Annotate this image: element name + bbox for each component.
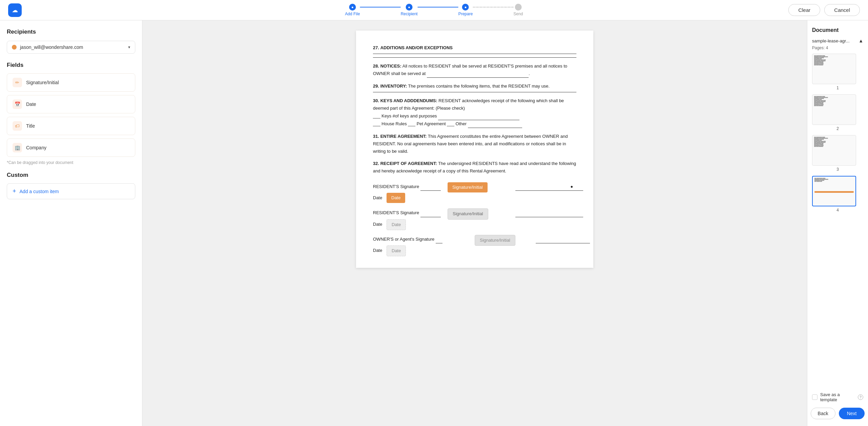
- app-logo: ☁: [8, 3, 22, 17]
- owners-sig-label: OWNER'S or Agent's Signature: [373, 237, 434, 242]
- signature-row-2: RESIDENT'S Signature Signature/Initial: [373, 209, 576, 217]
- custom-title: Custom: [7, 172, 135, 179]
- date-row-2: Date Date: [373, 221, 576, 228]
- section-32: 32. RECEIPT OF AGREEMENT: The undersigne…: [373, 160, 576, 175]
- field-label-company: Company: [26, 145, 46, 150]
- main-layout: Recipients jason_will@wondershare.com ▾ …: [0, 20, 868, 426]
- step-dot-send: [515, 4, 521, 11]
- thumb-image-2: ████ ████████████ ████████████████ ████ …: [812, 94, 856, 125]
- field-label-date: Date: [26, 101, 36, 107]
- thumb-image-1: ████ ████████████ ████████████████ ████ …: [812, 54, 856, 84]
- step-label-prepare: Prepare: [458, 12, 473, 16]
- signature-row-3: OWNER'S or Agent's Signature Signature/I…: [373, 236, 576, 243]
- collapse-doc-button[interactable]: ▲: [859, 38, 863, 43]
- step-label-add-file: Add File: [345, 12, 360, 16]
- thumb-content-1: ████ ████████████ ████████████████ ████ …: [812, 54, 856, 67]
- left-sidebar: Recipients jason_will@wondershare.com ▾ …: [0, 20, 142, 426]
- recipient-dot: [12, 45, 17, 50]
- date-overlay-3[interactable]: Date: [387, 245, 406, 256]
- company-icon: 🏢: [13, 143, 22, 152]
- date-row-1: Date Date: [373, 194, 576, 202]
- signature-overlay-2[interactable]: Signature/Initial: [448, 208, 488, 219]
- step-add-file: ● Add File: [345, 4, 360, 16]
- recipient-email: jason_will@wondershare.com: [20, 44, 125, 50]
- chevron-down-icon: ▾: [128, 45, 130, 50]
- field-label-title: Title: [26, 123, 35, 129]
- section-28: 28. NOTICES: All notices to RESIDENT sha…: [373, 62, 576, 78]
- signature-overlay-1[interactable]: Signature/Initial: [448, 182, 488, 192]
- field-item-date[interactable]: 📅 Date: [7, 95, 135, 113]
- document-panel-title: Document: [812, 27, 863, 33]
- drag-hint: *Can be dragged into your document: [7, 160, 135, 165]
- thumb-content-2: ████ ████████████ ████████████████ ████ …: [812, 95, 856, 108]
- date-row-3: Date Date: [373, 247, 576, 254]
- doc-name: sample-lease-agr...: [812, 38, 850, 43]
- doc-pages: Pages: 4: [812, 45, 863, 50]
- section-27-heading: 27. ADDITIONS AND/OR EXCEPTIONS: [373, 44, 576, 52]
- thumb-image-3: ████ ████████████ ████████████████ ████ …: [812, 135, 856, 166]
- thumb-content-4: ████ ████████████ ████████████████ ████ …: [813, 177, 855, 183]
- signature-row-1: RESIDENT'S Signature Signature/Initial ●: [373, 183, 576, 191]
- step-dot-recipient: ●: [406, 4, 413, 11]
- field-item-company[interactable]: 🏢 Company: [7, 138, 135, 157]
- thumb-num-1: 1: [812, 86, 863, 90]
- step-send: Send: [513, 4, 523, 16]
- step-line-1: [360, 7, 401, 7]
- fields-section: Fields ✏ Signature/Initial 📅 Date 🏷 Titl…: [7, 62, 135, 165]
- recipient-selector[interactable]: jason_will@wondershare.com ▾: [7, 41, 135, 54]
- thumb-image-4: ████ ████████████ ████████████████ ████ …: [812, 176, 856, 206]
- residents-sig-label-2: RESIDENT'S Signature: [373, 210, 419, 215]
- document-area: 27. ADDITIONS AND/OR EXCEPTIONS 28. NOTI…: [142, 20, 807, 426]
- thumb-num-3: 3: [812, 167, 863, 172]
- add-custom-label: Add a custom item: [20, 189, 59, 194]
- section-31: 31. ENTIRE AGREEMENT: This Agreement con…: [373, 133, 576, 155]
- field-item-title[interactable]: 🏷 Title: [7, 117, 135, 135]
- doc-thumbnail-2[interactable]: ████ ████████████ ████████████████ ████ …: [812, 94, 863, 131]
- step-label-send: Send: [513, 12, 523, 16]
- plus-icon: +: [13, 188, 16, 195]
- clear-button[interactable]: Clear: [788, 4, 820, 16]
- orange-bar: [814, 191, 854, 193]
- thumb-num-2: 2: [812, 126, 863, 131]
- field-label-signature: Signature/Initial: [26, 80, 59, 85]
- section-30: 30. KEYS AND ADDDENDUMS: RESIDENT acknow…: [373, 97, 576, 128]
- cancel-button[interactable]: Cancel: [824, 4, 860, 16]
- signature-icon: ✏: [13, 78, 22, 87]
- save-template-checkbox[interactable]: [812, 394, 817, 400]
- step-line-2: [418, 7, 458, 7]
- thumb-content-3: ████ ████████████ ████████████████ ████ …: [812, 135, 856, 148]
- step-recipient: ● Recipient: [401, 4, 418, 16]
- date-label-1: Date: [373, 195, 382, 200]
- recipients-title: Recipients: [7, 29, 135, 35]
- doc-thumbnail-3[interactable]: ████ ████████████ ████████████████ ████ …: [812, 135, 863, 172]
- fields-title: Fields: [7, 62, 135, 69]
- step-dot-prepare: ●: [462, 4, 469, 11]
- right-panel: Document sample-lease-agr... ▲ Pages: 4 …: [807, 20, 868, 426]
- info-icon: ?: [858, 394, 863, 400]
- template-row: Save as a template ?: [812, 387, 863, 402]
- date-label-3: Date: [373, 248, 382, 253]
- top-nav: ☁ ● Add File ● Recipient ● Prepare Send …: [0, 0, 868, 20]
- signature-overlay-3[interactable]: Signature/Initial: [475, 235, 515, 246]
- residents-sig-label-1: RESIDENT'S Signature: [373, 184, 419, 189]
- date-overlay-1[interactable]: Date: [387, 193, 405, 203]
- date-icon: 📅: [13, 99, 22, 109]
- doc-header-row: sample-lease-agr... ▲: [812, 38, 863, 43]
- date-label-2: Date: [373, 222, 382, 227]
- doc-thumbnail-1[interactable]: ████ ████████████ ████████████████ ████ …: [812, 54, 863, 90]
- step-line-3: [473, 7, 513, 7]
- back-button[interactable]: Back: [811, 408, 835, 419]
- step-label-recipient: Recipient: [401, 12, 418, 16]
- thumb-num-4: 4: [812, 208, 863, 212]
- field-item-signature[interactable]: ✏ Signature/Initial: [7, 73, 135, 92]
- title-icon: 🏷: [13, 121, 22, 131]
- stepper: ● Add File ● Recipient ● Prepare Send: [345, 4, 523, 16]
- date-overlay-2[interactable]: Date: [387, 219, 406, 230]
- nav-actions: Clear Cancel: [788, 4, 860, 16]
- step-dot-add-file: ●: [349, 4, 356, 11]
- step-prepare: ● Prepare: [458, 4, 473, 16]
- add-custom-button[interactable]: + Add a custom item: [7, 183, 135, 199]
- doc-thumbnail-4[interactable]: ████ ████████████ ████████████████ ████ …: [812, 176, 863, 212]
- bottom-buttons: Back Next: [812, 408, 863, 419]
- next-button[interactable]: Next: [839, 408, 865, 419]
